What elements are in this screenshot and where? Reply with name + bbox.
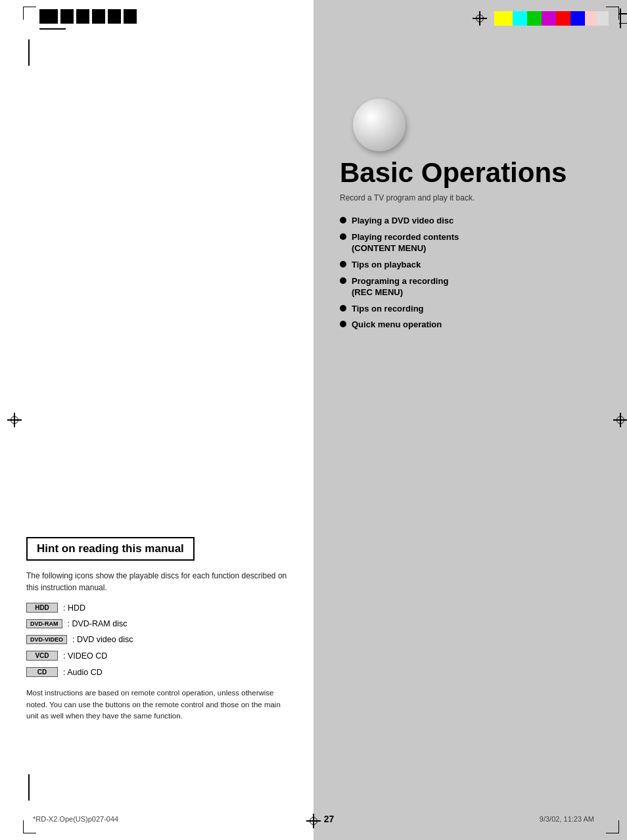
hdd-label: : HDD: [63, 603, 85, 613]
bullet-dot-1: [340, 217, 346, 223]
icon-row-dvd-video: DVD-VIDEO : DVD video disc: [26, 635, 287, 644]
bullet-text-5: Tips on recording: [352, 304, 424, 315]
right-content: Basic Operations Record a TV program and…: [314, 131, 627, 349]
hint-section: Hint on reading this manual The followin…: [26, 537, 287, 722]
bullet-item-4: Programing a recording(REC MENU): [340, 276, 607, 298]
black-bar-2: [60, 9, 74, 24]
color-bar-yellow: [494, 11, 513, 26]
black-bars-top: [39, 9, 137, 24]
bullet-dot-2: [340, 233, 346, 240]
vcd-label: : VIDEO CD: [63, 651, 107, 661]
icon-row-vcd: VCD : VIDEO CD: [26, 651, 287, 661]
dvd-video-label: : DVD video disc: [72, 635, 133, 644]
vert-line-top-left: [28, 39, 30, 66]
bullet-list: Playing a DVD video disc Playing recorde…: [340, 216, 607, 331]
bullet-item-3: Tips on playback: [340, 260, 607, 271]
bullet-dot-4: [340, 277, 346, 284]
bullet-text-4: Programing a recording(REC MENU): [352, 276, 448, 298]
hint-box: Hint on reading this manual: [26, 537, 195, 561]
dvd-ram-badge: DVD-RAM: [26, 619, 62, 628]
bullet-item-2: Playing recorded contents(CONTENT MENU): [340, 232, 607, 254]
horiz-line-top-left: [39, 28, 66, 30]
bullet-dot-6: [340, 321, 346, 327]
bullet-text-6: Quick menu operation: [352, 319, 442, 331]
bottom-note: Most instructions are based on remote co…: [26, 688, 287, 722]
page-container: Hint on reading this manual The followin…: [0, 0, 627, 840]
black-bar-1: [39, 9, 58, 24]
footer-left: *RD-X2.Ope(US)p027-044: [33, 815, 118, 823]
bullet-text-2: Playing recorded contents(CONTENT MENU): [352, 232, 459, 254]
color-bars-top: [471, 9, 627, 28]
color-bar-green: [527, 11, 542, 26]
icon-row-hdd: HDD : HDD: [26, 603, 287, 613]
right-panel: Basic Operations Record a TV program and…: [314, 0, 627, 840]
color-bar-cyan: [513, 11, 527, 26]
bullet-dot-3: [340, 261, 346, 268]
footer-center: 27: [324, 814, 335, 824]
sphere-decoration: [353, 99, 406, 151]
hint-title: Hint on reading this manual: [37, 542, 184, 555]
hint-body: The following icons show the playable di…: [26, 570, 287, 594]
section-title: Basic Operations: [340, 158, 607, 188]
left-panel: Hint on reading this manual The followin…: [0, 0, 314, 840]
footer-right: 9/3/02, 11:23 AM: [540, 815, 594, 823]
reg-mark-bottom-center: [306, 814, 321, 828]
corner-mark-tl: [23, 7, 36, 20]
bullet-item-6: Quick menu operation: [340, 319, 607, 331]
hdd-badge: HDD: [26, 603, 58, 613]
black-bar-4: [92, 9, 105, 24]
cross-circle: [11, 416, 18, 424]
bullet-text-3: Tips on playback: [352, 260, 421, 271]
dvd-video-badge: DVD-VIDEO: [26, 635, 67, 644]
black-bar-6: [124, 9, 137, 24]
section-subtitle: Record a TV program and play it back.: [340, 193, 607, 202]
cd-label: : Audio CD: [63, 668, 103, 677]
color-bar-magenta: [542, 11, 556, 26]
icon-row-dvd-ram: DVD-RAM : DVD-RAM disc: [26, 619, 287, 628]
vert-line-bottom-left: [28, 774, 30, 801]
black-bar-5: [108, 9, 121, 24]
corner-mark-tr-right: [606, 7, 619, 20]
cross-circle-right: [616, 416, 624, 424]
color-bar-red: [556, 11, 570, 26]
vcd-badge: VCD: [26, 651, 58, 661]
bullet-item-1: Playing a DVD video disc: [340, 216, 607, 227]
color-bar-pink: [585, 11, 597, 26]
bullet-dot-5: [340, 305, 346, 312]
dvd-ram-label: : DVD-RAM disc: [68, 619, 128, 628]
cd-badge: CD: [26, 667, 58, 677]
black-bar-3: [76, 9, 89, 24]
icon-row-cd: CD : Audio CD: [26, 667, 287, 677]
bullet-item-5: Tips on recording: [340, 304, 607, 315]
color-bar-blue: [570, 11, 585, 26]
bullet-text-1: Playing a DVD video disc: [352, 216, 453, 227]
